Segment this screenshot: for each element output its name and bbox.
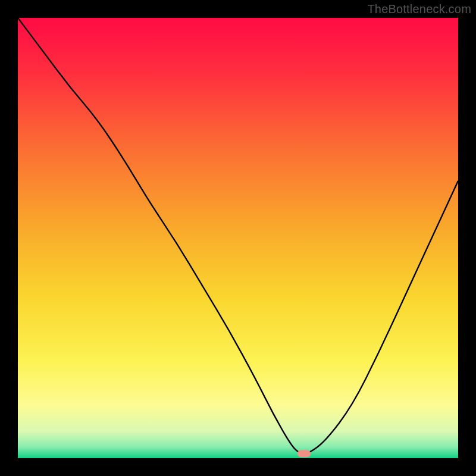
chart-frame: TheBottleneck.com bbox=[0, 0, 476, 476]
gradient-background bbox=[18, 18, 458, 458]
optimal-marker bbox=[298, 450, 311, 458]
gradient-rect bbox=[18, 18, 458, 458]
watermark-text: TheBottleneck.com bbox=[367, 2, 471, 16]
plot-area bbox=[18, 18, 458, 458]
